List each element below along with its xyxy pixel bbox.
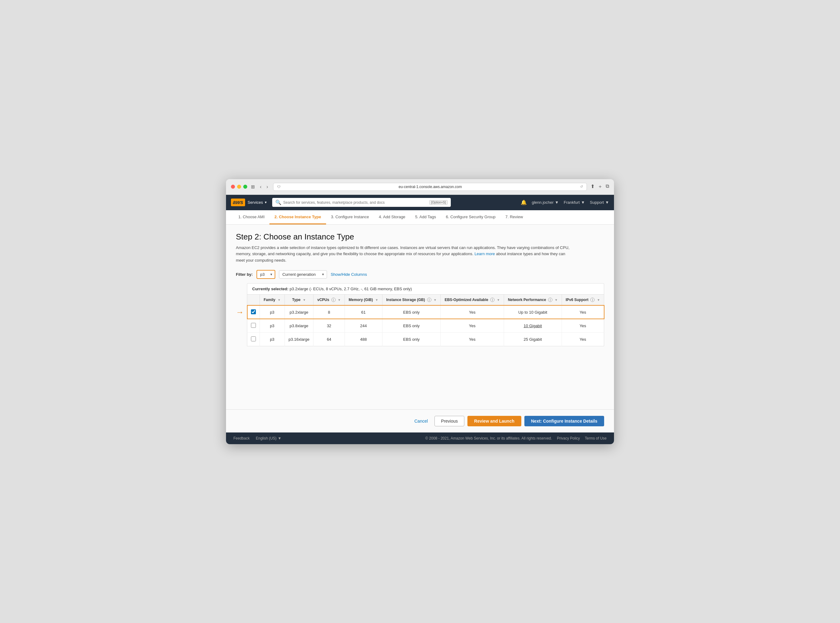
terms-of-use-link[interactable]: Terms of Use	[585, 436, 607, 440]
close-button[interactable]	[231, 185, 235, 189]
services-menu[interactable]: Services ▼	[247, 200, 267, 205]
table-row[interactable]: p3 p3.16xlarge 64 488 EBS only Yes 25 Gi…	[247, 333, 604, 346]
ebs-sort-icon[interactable]: ▼	[497, 298, 500, 302]
family-sort-icon[interactable]: ▼	[278, 298, 281, 302]
table-row[interactable]: p3 p3.2xlarge 8 61 EBS only Yes Up to 10…	[247, 305, 604, 319]
row-3-vcpus: 64	[313, 333, 345, 346]
aws-navbar: aws Services ▼ 🔍 [Option+S] 🔔 glenn.joch…	[226, 195, 614, 210]
support-menu[interactable]: Support ▼	[590, 200, 609, 205]
privacy-policy-link[interactable]: Privacy Policy	[557, 436, 580, 440]
wizard-step-1[interactable]: 1. Choose AMI	[233, 210, 269, 224]
next-button[interactable]: Next: Configure Instance Details	[524, 416, 604, 426]
wizard-step-2[interactable]: 2. Choose Instance Type	[269, 210, 326, 224]
minimize-button[interactable]	[237, 185, 241, 189]
region-menu[interactable]: Frankfurt ▼	[564, 200, 585, 205]
user-caret-icon: ▼	[555, 200, 559, 205]
selected-row-arrow: →	[236, 307, 244, 317]
filter-label: Filter by:	[236, 272, 253, 277]
footer-buttons: Cancel Previous Review and Launch Next: …	[226, 410, 614, 433]
refresh-icon[interactable]: ↺	[580, 185, 583, 189]
language-label: English (US)	[256, 436, 276, 440]
back-button[interactable]: ‹	[259, 183, 263, 190]
wizard-step-6[interactable]: 6. Configure Security Group	[441, 210, 501, 224]
main-content: Step 2: Choose an Instance Type Amazon E…	[226, 225, 614, 410]
ipv6-sort-icon[interactable]: ▼	[597, 298, 600, 302]
tabs-icon[interactable]: ⧉	[606, 183, 609, 190]
search-shortcut: [Option+S]	[429, 200, 448, 205]
vcpus-info-icon[interactable]: i	[331, 298, 336, 302]
page-description: Amazon EC2 provides a wide selection of …	[236, 245, 574, 264]
user-menu[interactable]: glenn.jocher ▼	[532, 200, 559, 205]
row-2-ebs: Yes	[441, 319, 504, 333]
row-1-vcpus: 8	[313, 305, 345, 319]
learn-more-link[interactable]: Learn more	[475, 252, 495, 256]
col-header-vcpus: vCPUs i ▼	[313, 294, 345, 305]
row-2-network-link[interactable]: 10 Gigabit	[524, 324, 542, 328]
services-label: Services	[247, 200, 263, 205]
memory-sort-icon[interactable]: ▼	[375, 298, 378, 302]
maximize-button[interactable]	[243, 185, 247, 189]
previous-button[interactable]: Previous	[435, 416, 464, 426]
search-input[interactable]	[283, 200, 427, 205]
wizard-step-5[interactable]: 5. Add Tags	[410, 210, 441, 224]
language-caret-icon: ▼	[278, 436, 281, 440]
currently-selected-value: p3.2xlarge (- ECUs, 8 vCPUs, 2.7 GHz, -,…	[289, 287, 412, 291]
col-header-family: Family ▼	[260, 294, 285, 305]
family-filter-select[interactable]: p3 t3 m5	[256, 270, 275, 279]
currently-selected-bar: Currently selected: p3.2xlarge (- ECUs, …	[247, 283, 604, 294]
url-display: eu-central-1.console.aws.amazon.com	[283, 185, 578, 189]
storage-sort-icon[interactable]: ▼	[433, 298, 437, 302]
col-header-type: Type ▼	[284, 294, 313, 305]
type-sort-icon[interactable]: ▼	[303, 298, 306, 302]
currently-selected-label: Currently selected:	[252, 287, 289, 291]
review-and-launch-button[interactable]: Review and Launch	[467, 416, 521, 426]
row-3-storage: EBS only	[382, 333, 441, 346]
notifications-icon[interactable]: 🔔	[521, 199, 527, 205]
sidebar-toggle-icon[interactable]: ⊞	[251, 184, 255, 190]
address-bar[interactable]: 🛡 eu-central-1.console.aws.amazon.com ↺	[273, 183, 587, 191]
row-1-checkbox[interactable]	[251, 309, 256, 314]
cancel-button[interactable]: Cancel	[411, 416, 432, 426]
wizard-steps: 1. Choose AMI 2. Choose Instance Type 3.…	[226, 210, 614, 225]
new-tab-icon[interactable]: ＋	[598, 183, 603, 190]
row-3-memory: 488	[345, 333, 382, 346]
generation-filter-select[interactable]: Current generation All generations Previ…	[279, 270, 327, 279]
storage-info-icon[interactable]: i	[427, 298, 432, 302]
wizard-step-3[interactable]: 3. Configure Instance	[326, 210, 374, 224]
row-3-ipv6: Yes	[562, 333, 604, 346]
row-3-checkbox[interactable]	[251, 336, 256, 341]
row-1-ebs: Yes	[441, 305, 504, 319]
forward-button[interactable]: ›	[265, 183, 269, 190]
instance-type-table: Family ▼ Type ▼ vCPUs i ▼	[247, 294, 604, 346]
row-3-family: p3	[260, 333, 285, 346]
show-hide-columns-link[interactable]: Show/Hide Columns	[331, 272, 367, 277]
table-header: Family ▼ Type ▼ vCPUs i ▼	[247, 294, 604, 305]
row-2-checkbox[interactable]	[251, 323, 256, 328]
aws-search-bar[interactable]: 🔍 [Option+S]	[272, 198, 451, 207]
row-2-ipv6: Yes	[562, 319, 604, 333]
ebs-info-icon[interactable]: i	[490, 298, 494, 302]
traffic-lights	[231, 185, 247, 189]
table-row[interactable]: p3 p3.8xlarge 32 244 EBS only Yes 10 Gig…	[247, 319, 604, 333]
wizard-step-7[interactable]: 7. Review	[501, 210, 528, 224]
network-info-icon[interactable]: i	[548, 298, 553, 302]
language-selector[interactable]: English (US) ▼	[256, 436, 281, 440]
col-header-ipv6: IPv6 Support i ▼	[562, 294, 604, 305]
row-1-network: Up to 10 Gigabit	[504, 305, 562, 319]
username: glenn.jocher	[532, 200, 554, 205]
feedback-link[interactable]: Feedback	[233, 436, 250, 440]
ipv6-info-icon[interactable]: i	[590, 298, 594, 302]
copyright-text: © 2008 - 2021, Amazon Web Services, Inc.…	[425, 436, 552, 440]
browser-window: ⊞ ‹ › 🛡 eu-central-1.console.aws.amazon.…	[226, 179, 614, 444]
col-header-check	[247, 294, 260, 305]
network-sort-icon[interactable]: ▼	[554, 298, 557, 302]
aws-footer: Feedback English (US) ▼ © 2008 - 2021, A…	[226, 433, 614, 444]
vcpus-sort-icon[interactable]: ▼	[338, 298, 341, 302]
wizard-step-4[interactable]: 4. Add Storage	[374, 210, 410, 224]
col-header-network: Network Performance i ▼	[504, 294, 562, 305]
share-icon[interactable]: ⬆	[591, 183, 594, 190]
aws-logo: aws	[231, 198, 245, 206]
row-2-family: p3	[260, 319, 285, 333]
col-header-memory: Memory (GiB) ▼	[345, 294, 382, 305]
row-1-memory: 61	[345, 305, 382, 319]
